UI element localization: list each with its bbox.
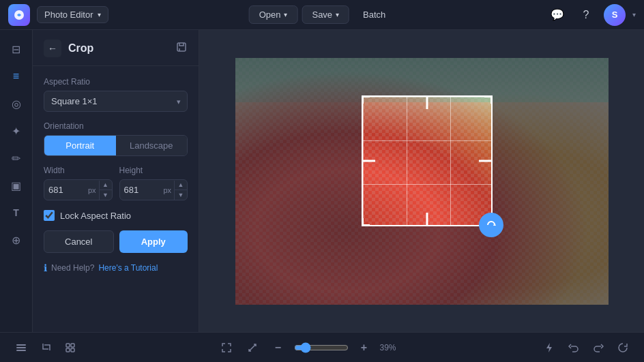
width-stepper: ▲ ▼ — [99, 181, 112, 200]
orientation-label: Orientation — [44, 121, 188, 131]
open-label: Open — [259, 10, 281, 20]
sidebar-item-effects[interactable]: ✦ — [4, 119, 29, 143]
svg-rect-9 — [71, 348, 74, 352]
svg-rect-5 — [16, 350, 26, 351]
sidebar-item-brush[interactable]: ✏ — [4, 146, 29, 170]
app-title-button[interactable]: Photo Editor ▾ — [37, 6, 108, 23]
avatar-chevron: ▾ — [632, 11, 636, 18]
redo-button[interactable] — [588, 337, 609, 358]
undo-button[interactable] — [564, 337, 584, 358]
bottom-center: − + 39% — [85, 337, 535, 358]
zoom-out-button[interactable]: − — [268, 337, 289, 358]
main-area: ⊟ ≡ ◎ ✦ ✏ ▣ T ⊕ ← Crop Aspect Ratio — [0, 30, 644, 332]
aspect-ratio-select[interactable]: Square 1×1 Original Custom 16:9 4:3 — [44, 91, 188, 112]
svg-rect-1 — [177, 43, 186, 51]
action-buttons: Cancel Apply — [44, 230, 188, 253]
lock-aspect-label: Lock Aspect Ratio — [60, 211, 131, 221]
height-unit: px — [160, 186, 174, 194]
crop-mask-right — [493, 95, 609, 226]
bottom-bar: − + 39% — [0, 332, 644, 362]
save-chevron: ▾ — [336, 11, 339, 18]
cancel-button[interactable]: Cancel — [44, 230, 114, 253]
rotate-indicator[interactable] — [479, 213, 503, 237]
height-decrement-button[interactable]: ▼ — [175, 190, 187, 200]
width-input-wrapper: px ▲ ▼ — [44, 179, 113, 200]
resize-button[interactable] — [242, 337, 263, 358]
crop-handle-left[interactable] — [362, 160, 375, 162]
bottom-right — [539, 337, 633, 358]
height-stepper: ▲ ▼ — [174, 181, 187, 200]
back-button[interactable]: ← — [44, 40, 61, 57]
crop-handle-top-right[interactable] — [484, 95, 493, 104]
height-increment-button[interactable]: ▲ — [175, 181, 187, 190]
flash-button[interactable] — [539, 337, 559, 358]
open-button[interactable]: Open ▾ — [249, 5, 298, 24]
lock-aspect-checkbox[interactable] — [44, 210, 55, 221]
chat-icon-button[interactable]: 💬 — [546, 4, 568, 26]
svg-rect-6 — [66, 344, 70, 347]
sidebar-item-view[interactable]: ◎ — [4, 91, 29, 116]
topbar: Photo Editor ▾ Open ▾ Save ▾ Batch 💬 ? S… — [0, 0, 644, 30]
height-field: Height px ▲ ▼ — [119, 166, 188, 200]
crop-panel: ← Crop Aspect Ratio Square 1×1 Original … — [33, 30, 199, 332]
zoom-slider[interactable] — [294, 342, 349, 353]
photo-container — [235, 58, 609, 305]
grid-view-button[interactable] — [60, 337, 80, 358]
aspect-ratio-label: Aspect Ratio — [44, 77, 188, 87]
lock-aspect-row: Lock Aspect Ratio — [44, 210, 188, 221]
width-unit: px — [85, 186, 99, 194]
portrait-button[interactable]: Portrait — [44, 136, 116, 155]
panel-header: ← Crop — [33, 30, 199, 66]
width-decrement-button[interactable]: ▼ — [100, 190, 112, 200]
user-avatar[interactable]: S — [604, 4, 626, 26]
crop-handle-bottom-left[interactable] — [362, 218, 370, 226]
panel-save-icon[interactable] — [175, 41, 188, 56]
orientation-group: Portrait Landscape — [44, 135, 188, 156]
crop-mask-left — [235, 95, 362, 226]
info-icon: ℹ — [44, 262, 47, 273]
crop-mask-top — [235, 58, 609, 95]
dimensions-row: Width px ▲ ▼ Height px — [44, 166, 188, 200]
crop-tool-button[interactable] — [35, 337, 56, 358]
panel-body: Aspect Ratio Square 1×1 Original Custom … — [33, 66, 199, 332]
sidebar-item-text[interactable]: T — [4, 200, 29, 225]
landscape-button[interactable]: Landscape — [116, 136, 188, 155]
canvas-area[interactable] — [199, 30, 644, 332]
zoom-in-button[interactable]: + — [354, 337, 375, 358]
crop-handle-top[interactable] — [426, 95, 428, 109]
open-chevron: ▾ — [284, 11, 287, 18]
crop-overlay[interactable] — [362, 95, 493, 226]
zoom-percentage: 39% — [380, 343, 404, 352]
crop-handle-bottom[interactable] — [426, 213, 428, 226]
sidebar-item-layers[interactable]: ⊟ — [4, 37, 29, 61]
sidebar-item-frames[interactable]: ▣ — [4, 173, 29, 198]
avatar-initials: S — [612, 10, 618, 20]
help-link[interactable]: Here's a Tutorial — [98, 263, 158, 273]
fit-screen-button[interactable] — [216, 337, 237, 358]
help-text: Need Help? — [51, 263, 94, 273]
crop-handle-right[interactable] — [479, 160, 493, 162]
sidebar-item-extras[interactable]: ⊕ — [4, 228, 29, 252]
apply-button[interactable]: Apply — [119, 230, 188, 253]
reset-button[interactable] — [613, 337, 633, 358]
height-input[interactable] — [120, 180, 161, 200]
svg-rect-7 — [71, 344, 74, 347]
app-logo — [8, 4, 30, 26]
help-icon-button[interactable]: ? — [575, 4, 597, 26]
app-title-chevron: ▾ — [98, 11, 101, 18]
layers-toggle-button[interactable] — [11, 337, 31, 358]
width-label: Width — [44, 166, 113, 175]
bottom-left — [11, 337, 80, 358]
batch-button[interactable]: Batch — [353, 6, 395, 23]
panel-title: Crop — [68, 42, 169, 55]
crop-handle-top-left[interactable] — [362, 95, 370, 104]
svg-rect-3 — [16, 344, 26, 346]
save-button[interactable]: Save ▾ — [302, 5, 349, 24]
sidebar-item-adjustments[interactable]: ≡ — [4, 64, 29, 89]
width-increment-button[interactable]: ▲ — [100, 181, 112, 190]
width-field: Width px ▲ ▼ — [44, 166, 113, 200]
save-label: Save — [312, 10, 332, 20]
orientation-field: Orientation Portrait Landscape — [44, 121, 188, 156]
svg-marker-10 — [546, 343, 552, 352]
width-input[interactable] — [44, 180, 85, 200]
